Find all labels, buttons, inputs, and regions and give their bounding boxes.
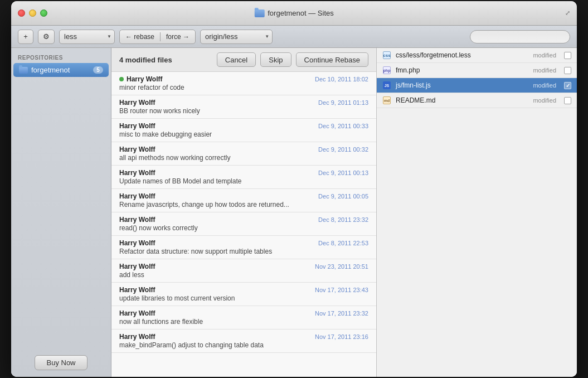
commit-top: Harry Wolff Dec 9, 2011 00:33 [119,122,368,130]
commit-top: Harry Wolff Dec 10, 2011 18:02 [119,75,368,83]
table-row[interactable]: Harry Wolff Nov 17, 2011 23:32 now all f… [111,306,376,329]
content-area: REPOSITORIES forgetmenot 5 Buy Now 4 mod… [11,48,577,377]
buy-now-button[interactable]: Buy Now [35,355,87,370]
buy-now-wrapper: Buy Now [11,348,111,377]
file-status: modified [533,97,556,104]
commit-author: Harry Wolff [119,333,155,341]
table-row[interactable]: Harry Wolff Dec 9, 2011 00:33 misc to ma… [111,119,376,142]
table-row[interactable]: Harry Wolff Dec 9, 2011 00:13 Update nam… [111,166,376,189]
commit-author: Harry Wolff [119,146,155,153]
commit-author: Harry Wolff [119,122,155,130]
sidebar: REPOSITORIES forgetmenot 5 Buy Now [11,48,111,377]
commit-date: Dec 9, 2011 00:13 [318,169,368,176]
commit-top: Harry Wolff Dec 8, 2011 22:53 [119,239,368,247]
close-button[interactable] [18,9,25,17]
commit-top: Harry Wolff Dec 9, 2011 00:32 [119,146,368,153]
commit-message: minor refactor of code [119,84,368,91]
minimize-button[interactable] [29,9,36,17]
commit-message: make_bindParam() adjust to changing tabl… [119,341,368,349]
file-name: js/fmn-list.js [396,81,528,89]
commit-top: Harry Wolff Dec 8, 2011 23:32 [119,216,368,224]
main-content: 4 modified files Cancel Skip Continue Re… [111,48,376,377]
commit-date: Dec 8, 2011 23:32 [318,216,368,223]
commit-author: Harry Wolff [119,309,155,317]
table-row[interactable]: Harry Wolff Nov 23, 2011 20:51 add less [111,259,376,283]
rebase-left-button[interactable]: ← rebase [120,30,160,43]
commit-date: Nov 23, 2011 20:51 [315,263,368,270]
commit-date: Dec 8, 2011 22:53 [318,240,368,246]
commit-top: Harry Wolff Nov 17, 2011 23:32 [119,309,368,317]
sidebar-item-label: forgetmenot [31,66,90,74]
right-panel: css css/less/forgetmenot.less modified p… [376,48,577,377]
commit-message: misc to make debugging easier [119,130,368,138]
branch-select[interactable]: less [59,30,115,44]
file-checkbox[interactable] [564,82,571,89]
cancel-button[interactable]: Cancel [217,52,256,67]
settings-button[interactable]: ⚙ [38,30,55,44]
commit-message: Rename javascripts, change up how todos … [119,201,368,209]
main-window: forgetmenot — Sites ⤢ + ⚙ less ← rebase … [11,1,577,377]
list-item[interactable]: css css/less/forgetmenot.less modified [377,48,577,63]
commit-message: update libraries to most current version [119,294,368,302]
commit-message: Update names of BB Model and template [119,177,368,185]
table-row[interactable]: Harry Wolff Dec 10, 2011 18:02 minor ref… [111,72,376,95]
table-row[interactable]: Harry Wolff Dec 8, 2011 23:32 read() now… [111,212,376,236]
commit-message: read() now works correctly [119,224,368,232]
commit-author: Harry Wolff [119,263,155,270]
commit-message: add less [119,271,368,279]
commit-top: Harry Wolff Nov 23, 2011 20:51 [119,263,368,270]
action-buttons: Cancel Skip Continue Rebase [217,52,368,67]
add-button[interactable]: + [18,30,33,44]
continue-rebase-button[interactable]: Continue Rebase [296,52,368,67]
force-button[interactable]: force → [161,30,195,43]
file-status: modified [533,67,556,74]
file-checkbox[interactable] [564,97,571,104]
file-css-icon: css [382,51,391,60]
file-status: modified [533,52,556,59]
file-name: css/less/forgetmenot.less [396,51,528,59]
list-item[interactable]: php fmn.php modified [377,63,577,78]
commit-top: Harry Wolff Nov 17, 2011 23:16 [119,333,368,341]
commits-header: 4 modified files Cancel Skip Continue Re… [111,48,376,72]
commit-date: Dec 9, 2011 00:05 [318,193,368,200]
table-row[interactable]: Harry Wolff Nov 17, 2011 23:16 make_bind… [111,329,376,353]
sidebar-badge: 5 [93,66,103,74]
file-list: css css/less/forgetmenot.less modified p… [377,48,577,377]
titlebar: forgetmenot — Sites ⤢ [11,1,577,26]
commit-author: Harry Wolff [119,169,155,177]
file-checkbox[interactable] [564,67,571,74]
table-row[interactable]: Harry Wolff Dec 9, 2011 00:32 all api me… [111,142,376,166]
list-item[interactable]: JS js/fmn-list.js modified [377,78,577,93]
file-js-icon: JS [382,81,391,90]
commit-message: BB router now works nicely [119,107,368,115]
expand-icon[interactable]: ⤢ [565,9,570,17]
commit-author: Harry Wolff [119,75,162,83]
remote-select-wrapper: origin/less [200,30,273,44]
modified-files-count: 4 modified files [119,56,172,64]
search-input[interactable] [470,30,570,43]
commit-message: all api methods now working correctly [119,154,368,162]
list-item[interactable]: md README.md modified [377,93,577,108]
skip-button[interactable]: Skip [260,52,291,67]
folder-icon [254,9,264,17]
commit-message: Refactor data structure: now support mul… [119,248,368,255]
commit-author: Harry Wolff [119,192,155,200]
remote-select[interactable]: origin/less [200,30,273,44]
commit-author: Harry Wolff [119,216,155,224]
window-title: forgetmenot — Sites [254,9,334,17]
file-checkbox[interactable] [564,52,571,59]
commit-top: Harry Wolff Nov 17, 2011 23:43 [119,286,368,294]
file-md-icon: md [382,96,391,105]
traffic-lights [18,9,47,17]
table-row[interactable]: Harry Wolff Nov 17, 2011 23:43 update li… [111,283,376,306]
table-row[interactable]: Harry Wolff Dec 9, 2011 00:05 Rename jav… [111,189,376,212]
maximize-button[interactable] [40,9,47,17]
sidebar-item-forgetmenot[interactable]: forgetmenot 5 [13,63,109,77]
commit-date: Dec 9, 2011 00:32 [318,146,368,153]
rebase-group: ← rebase force → [119,30,196,44]
commit-top: Harry Wolff Dec 9, 2011 00:05 [119,192,368,200]
commit-top: Harry Wolff Dec 9, 2011 00:13 [119,169,368,177]
file-name: README.md [396,96,528,104]
table-row[interactable]: Harry Wolff Dec 9, 2011 01:13 BB router … [111,95,376,119]
table-row[interactable]: Harry Wolff Dec 8, 2011 22:53 Refactor d… [111,236,376,259]
